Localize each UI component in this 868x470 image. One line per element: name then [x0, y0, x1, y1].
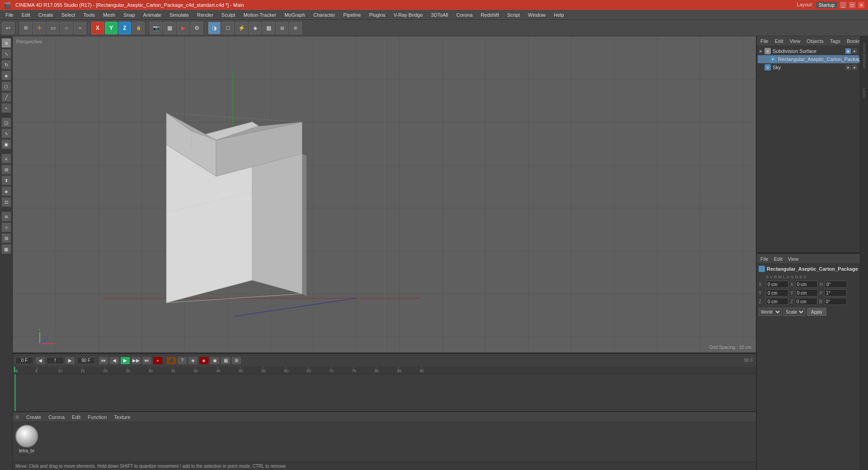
frame-input-left[interactable]: ◀ — [35, 357, 45, 365]
mat-menu-create[interactable]: Create — [24, 414, 43, 420]
coord-z-pos[interactable] — [766, 298, 788, 305]
tool-primitive[interactable]: ▣ — [1, 139, 11, 149]
display-bone[interactable]: ⊞ — [289, 22, 302, 34]
om-menu-edit[interactable]: Edit — [773, 38, 785, 44]
auto-key-button[interactable]: ⚫ — [166, 357, 176, 365]
tool-move[interactable]: ⊕ — [1, 38, 11, 48]
om-menu-view[interactable]: View — [788, 38, 802, 44]
render-active-view[interactable]: ▶ — [177, 22, 189, 34]
menu-tools[interactable]: Tools — [80, 11, 99, 19]
coord-p[interactable] — [824, 289, 847, 296]
tool-loop-sel[interactable]: ⊡ — [1, 197, 11, 207]
play-back-button[interactable]: ◀ — [109, 357, 119, 365]
menu-pipeline[interactable]: Pipeline — [340, 11, 364, 19]
om-item-carton[interactable]: ▶ P Rectangular_Aseptic_Carton_Package ◆… — [758, 55, 859, 63]
am-menu-edit[interactable]: Edit — [772, 256, 784, 262]
coord-b[interactable] — [824, 298, 847, 305]
tool-bridge[interactable]: ⊞ — [1, 164, 11, 174]
menu-plugins[interactable]: Plugins — [365, 11, 389, 19]
key-props-button[interactable]: ◉ — [210, 357, 220, 365]
record-button[interactable]: ● — [153, 357, 163, 365]
tool-extrude[interactable]: ⬆ — [1, 175, 11, 185]
tool-nurbs[interactable]: ◲ — [1, 118, 11, 127]
display-quick[interactable]: ⚡ — [235, 22, 248, 34]
menu-create[interactable]: Create — [35, 11, 57, 19]
select-all-button[interactable]: ⊞ — [19, 22, 32, 34]
display-wireframe[interactable]: ⬡ — [222, 22, 234, 34]
mode-lock-button[interactable]: 🔒 — [132, 22, 145, 34]
coord-scale-select[interactable]: Scale — [783, 308, 805, 316]
menu-select[interactable]: Select — [58, 11, 79, 19]
menu-redshift[interactable]: Redshift — [477, 11, 502, 19]
frame-input-right[interactable]: ▶ — [65, 357, 75, 365]
title-bar-controls[interactable]: Layout: Startup _ □ ✕ — [797, 2, 864, 8]
tool-object[interactable]: ◈ — [1, 70, 11, 80]
coord-x-rot[interactable] — [795, 281, 818, 288]
display-texture[interactable]: ▦ — [262, 22, 275, 34]
om-item-sky[interactable]: ▶ S Sky ● ● — [758, 63, 859, 71]
frame-jump-input[interactable] — [46, 357, 64, 364]
key-mode-button[interactable]: ▦ — [221, 357, 231, 365]
key-settings-button[interactable]: ? — [177, 357, 187, 365]
tool-spline[interactable]: ∿ — [1, 128, 11, 138]
menu-motion-tracker[interactable]: Motion Tracker — [240, 11, 280, 19]
close-button[interactable]: ✕ — [858, 2, 864, 8]
tool-sculpt-4[interactable]: ▦ — [1, 244, 11, 254]
menu-window[interactable]: Window — [524, 11, 549, 19]
am-menu-view[interactable]: View — [786, 256, 801, 262]
viewport[interactable]: ⊞ ⊞ ⊞ ⊞ View Cameras Display Options Fil… — [13, 36, 756, 352]
rect-select-button[interactable]: ▭ — [47, 22, 59, 34]
key-add-button[interactable]: ◈ — [188, 357, 198, 365]
menu-simulate[interactable]: Simulate — [166, 11, 193, 19]
mode-y-button[interactable]: Y — [105, 22, 118, 34]
material-swatch[interactable] — [15, 425, 38, 447]
coord-y-pos[interactable] — [766, 289, 788, 296]
free-select-button[interactable]: ≈ — [74, 22, 86, 34]
tool-sculpt-3[interactable]: ⊞ — [1, 233, 11, 243]
key-remove-button[interactable]: ◈ — [199, 357, 209, 365]
display-full[interactable]: ◈ — [249, 22, 261, 34]
play-button[interactable]: ▶ — [120, 357, 130, 365]
display-grid[interactable]: ▤ — [276, 22, 288, 34]
menu-corona[interactable]: Corona — [453, 11, 476, 19]
tool-point[interactable]: • — [1, 103, 11, 113]
om-menu-tags[interactable]: Tags — [828, 38, 842, 44]
mat-menu-function[interactable]: Function — [86, 414, 108, 420]
display-gouraud[interactable]: ◑ — [208, 22, 221, 34]
coord-h[interactable] — [825, 281, 847, 288]
end-frame-input[interactable] — [77, 357, 95, 364]
timeline-options-button[interactable]: ⊞ — [231, 357, 241, 365]
mat-menu-texture[interactable]: Texture — [112, 414, 132, 420]
go-end-button[interactable]: ⏭ — [142, 357, 152, 365]
play-forward-button[interactable]: ▶▶ — [131, 357, 141, 365]
tool-poly[interactable]: ⬡ — [1, 81, 11, 91]
mat-menu-edit[interactable]: Edit — [70, 414, 82, 420]
menu-script[interactable]: Script — [504, 11, 524, 19]
tool-bevel[interactable]: ◈ — [1, 186, 11, 196]
menu-snap[interactable]: Snap — [120, 11, 139, 19]
tool-edge[interactable]: ╱ — [1, 92, 11, 102]
material-slot[interactable]: tetra_br — [15, 425, 38, 453]
maximize-button[interactable]: □ — [849, 2, 855, 8]
minimize-button[interactable]: _ — [840, 2, 846, 8]
tool-sculpt-1[interactable]: ≋ — [1, 212, 11, 221]
menu-mesh[interactable]: Mesh — [99, 11, 119, 19]
undo-button[interactable]: ↩ — [2, 22, 14, 34]
om-menu-objects[interactable]: Objects — [805, 38, 825, 44]
tool-scale[interactable]: ⤡ — [1, 49, 11, 59]
go-start-button[interactable]: ⏮ — [99, 357, 108, 365]
menu-file[interactable]: File — [2, 11, 17, 19]
coord-y-rot[interactable] — [795, 289, 818, 296]
menu-help[interactable]: Help — [550, 11, 568, 19]
coord-x-pos[interactable] — [766, 281, 788, 288]
tool-knife[interactable]: ⚔ — [1, 154, 11, 164]
am-menu-file[interactable]: File — [759, 256, 770, 262]
tool-rotate[interactable]: ↻ — [1, 60, 11, 70]
menu-3dtoall[interactable]: 3DToAll — [427, 11, 452, 19]
coord-world-select[interactable]: World Object — [759, 308, 782, 316]
render-picture-viewer[interactable]: 📷 — [150, 22, 162, 34]
menu-vray-bridge[interactable]: V-Ray Bridge — [390, 11, 427, 19]
render-region[interactable]: ▦ — [163, 22, 176, 34]
mode-z-button[interactable]: Z — [118, 22, 131, 34]
mode-x-button[interactable]: X — [91, 22, 104, 34]
